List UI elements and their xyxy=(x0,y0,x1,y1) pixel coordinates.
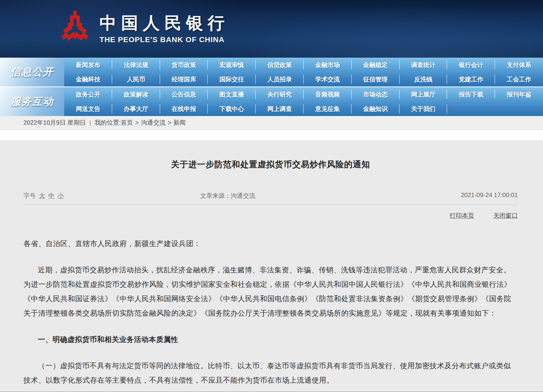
source-value: 沟通交流 xyxy=(231,192,255,199)
nav-item[interactable]: 学术交流 xyxy=(304,72,352,86)
nav-item[interactable]: 下载中心 xyxy=(208,102,256,116)
article-heading: 一、明确虚拟货币和相关业务活动本质属性 xyxy=(23,332,518,347)
nav-item[interactable]: 征信管理 xyxy=(352,72,399,86)
publish-datetime: 2021-09-24 17:00:01 xyxy=(461,192,518,199)
breadcrumb-link[interactable]: 沟通交流 xyxy=(141,119,165,126)
font-size-option[interactable]: 小 xyxy=(58,192,64,199)
nav-item[interactable]: 市场动态 xyxy=(352,87,399,102)
breadcrumb-separator: > xyxy=(135,119,139,126)
window-links: 打印本页 关闭窗口 xyxy=(23,211,518,220)
nav-cell-empty xyxy=(447,102,495,116)
font-size-label: 字号 xyxy=(23,192,36,200)
article-body: 各省、自治区、直辖市人民政府，新疆生产建设兵团：近期，虚拟货币交易炒作活动抬头，… xyxy=(23,236,518,387)
nav-item[interactable]: 反洗钱 xyxy=(399,72,447,86)
nav-item[interactable]: 在线申报 xyxy=(160,102,208,116)
nav-item[interactable]: 报刊年鉴 xyxy=(495,87,543,102)
font-size-option[interactable]: 中 xyxy=(48,192,54,199)
nav-section-label[interactable]: 信息公开 xyxy=(0,58,64,86)
nav-item[interactable]: 法律法规 xyxy=(112,58,160,72)
nav-item[interactable]: 金融稳定 xyxy=(352,58,399,72)
close-window-link[interactable]: 关闭窗口 xyxy=(493,212,518,219)
font-size-links: 大中小 xyxy=(39,192,67,200)
site-header: 中国人民银行 THE PEOPLE'S BANK OF CHINA xyxy=(0,0,543,58)
pboc-logo[interactable]: 中国人民银行 THE PEOPLE'S BANK OF CHINA xyxy=(61,10,229,48)
nav-item[interactable]: 关于我们 xyxy=(399,102,447,116)
article-paragraph: 各省、自治区、直辖市人民政府，新疆生产建设兵团： xyxy=(23,236,518,251)
nav-item[interactable]: 新闻发布 xyxy=(64,58,112,72)
meta-divider xyxy=(23,205,518,205)
bank-name-en: THE PEOPLE'S BANK OF CHINA xyxy=(100,35,229,44)
nav-item[interactable]: 金融市场 xyxy=(304,58,352,72)
nav-item[interactable]: 人员招录 xyxy=(256,72,304,86)
nav-item[interactable]: 银行会计 xyxy=(447,58,495,72)
breadcrumb-path: 首页>沟通交流>新闻 xyxy=(121,119,186,127)
font-size-option[interactable]: 大 xyxy=(39,192,45,199)
bank-name-cn: 中国人民银行 xyxy=(100,14,229,32)
nav-item[interactable]: 货币政策 xyxy=(160,58,208,72)
nav-item[interactable]: 意见征集 xyxy=(304,102,352,116)
nav-section-service: 服务互动 政务公开政策解读公告信息图文直播央行研究音频视频市场动态网上展厅报告下… xyxy=(0,87,543,116)
nav-item[interactable]: 办事大厅 xyxy=(112,102,160,116)
nav-menu: 政务公开政策解读公告信息图文直播央行研究音频视频市场动态网上展厅报告下载报刊年鉴… xyxy=(64,87,543,116)
nav-item[interactable]: 网送文告 xyxy=(64,102,112,116)
breadcrumb-link[interactable]: 新闻 xyxy=(173,119,186,126)
pboc-emblem-icon xyxy=(61,10,89,48)
main-nav: 信息公开 新闻发布法律法规货币政策宏观审慎信贷政策金融市场金融稳定调查统计银行会… xyxy=(0,58,543,116)
nav-cell-empty xyxy=(495,102,543,116)
nav-item[interactable]: 党建工作 xyxy=(447,72,495,86)
page-title: 关于进一步防范和处置虚拟货币交易炒作风险的通知 xyxy=(23,159,518,170)
nav-menu: 新闻发布法律法规货币政策宏观审慎信贷政策金融市场金融稳定调查统计银行会计支付体系… xyxy=(64,58,543,86)
nav-item[interactable]: 公告信息 xyxy=(160,87,208,102)
nav-section-label[interactable]: 服务互动 xyxy=(0,87,64,116)
article-content: 关于进一步防范和处置虚拟货币交易炒作风险的通知 字号 大中小 文章来源：沟通交流… xyxy=(0,141,543,392)
nav-item[interactable]: 宏观审慎 xyxy=(208,58,256,72)
nav-item[interactable]: 政策解读 xyxy=(112,87,160,102)
nav-item[interactable]: 网上调查 xyxy=(256,102,304,116)
current-date: 2022年10月9日 星期日 xyxy=(23,119,86,127)
nav-section-info: 信息公开 新闻发布法律法规货币政策宏观审慎信贷政策金融市场金融稳定调查统计银行会… xyxy=(0,58,543,86)
nav-item[interactable]: 人民币 xyxy=(112,72,160,86)
article-paragraph: （一）虚拟货币不具有与法定货币等同的法律地位。比特币、以太币、泰达币等虚拟货币具… xyxy=(23,358,518,387)
nav-item[interactable]: 信贷政策 xyxy=(256,58,304,72)
article-meta: 字号 大中小 文章来源：沟通交流 2021-09-24 17:00:01 xyxy=(23,192,518,200)
print-page-link[interactable]: 打印本页 xyxy=(450,212,474,219)
nav-item[interactable]: 经理国库 xyxy=(160,72,208,86)
nav-item[interactable]: 音频视频 xyxy=(304,87,352,102)
nav-item[interactable]: 图文直播 xyxy=(208,87,256,102)
spacer-band xyxy=(0,130,543,141)
nav-item[interactable]: 支付体系 xyxy=(495,58,543,72)
nav-item[interactable]: 政务公开 xyxy=(64,87,112,102)
nav-item[interactable]: 央行研究 xyxy=(256,87,304,102)
nav-item[interactable]: 国际交往 xyxy=(208,72,256,86)
breadcrumb-link[interactable]: 首页 xyxy=(121,119,133,126)
nav-item[interactable]: 金融知识 xyxy=(352,102,399,116)
source-label: 文章来源： xyxy=(200,192,231,199)
breadcrumb-bar: 2022年10月9日 星期日 | 我的位置: 首页>沟通交流>新闻 xyxy=(0,116,543,130)
nav-item[interactable]: 网上展厅 xyxy=(399,87,447,102)
breadcrumb-divider: | xyxy=(89,119,91,126)
article-paragraph: 近期，虚拟货币交易炒作活动抬头，扰乱经济金融秩序，滋生赌博、非法集资、诈骗、传销… xyxy=(23,263,518,320)
nav-item[interactable]: 工会工作 xyxy=(495,72,543,86)
nav-item[interactable]: 调查统计 xyxy=(399,58,447,72)
nav-item[interactable]: 金融科技 xyxy=(64,72,112,86)
breadcrumb-separator: > xyxy=(168,119,171,126)
nav-item[interactable]: 报告下载 xyxy=(447,87,495,102)
location-label: 我的位置: xyxy=(94,119,121,127)
